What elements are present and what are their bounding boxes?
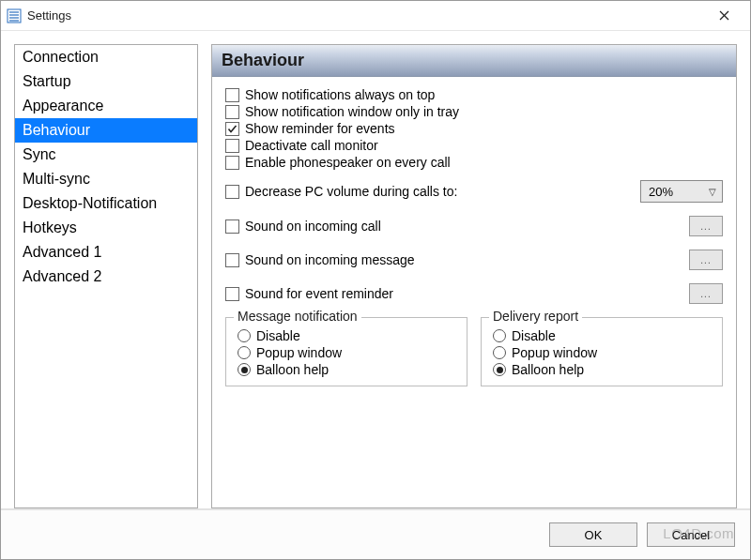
msg-option-1-row: Popup window — [238, 344, 455, 361]
close-button[interactable] — [703, 2, 744, 30]
delivery-option-1-row: Popup window — [493, 344, 711, 361]
msg-option-0-row: Disable — [238, 327, 455, 344]
delivery-option-0-row: Disable — [493, 327, 711, 344]
message-notification-legend: Message notification — [234, 309, 361, 324]
window-title: Settings — [27, 8, 71, 23]
delivery-option-2-row: Balloon help — [493, 361, 711, 378]
option-0-checkbox[interactable] — [225, 88, 239, 102]
sound-row-0: Sound on incoming call... — [225, 216, 723, 236]
delivery-option-2-label: Balloon help — [512, 362, 584, 377]
option-4-label: Enable phonespeaker on every call — [245, 155, 451, 170]
msg-option-2-label: Balloon help — [256, 362, 329, 377]
sound-browse-button-2[interactable]: ... — [689, 283, 723, 304]
sidebar: ConnectionStartupAppearanceBehaviourSync… — [14, 44, 198, 508]
option-3-checkbox[interactable] — [225, 139, 239, 153]
sidebar-item-appearance[interactable]: Appearance — [15, 94, 197, 118]
msg-option-1-label: Popup window — [256, 345, 342, 360]
volume-percent-select[interactable]: 20% ▽ — [640, 180, 723, 203]
delivery-option-1-label: Popup window — [512, 345, 597, 360]
delivery-report-group: Delivery report DisablePopup windowBallo… — [481, 317, 723, 386]
option-2-label: Show reminder for events — [245, 121, 395, 136]
sidebar-item-behaviour[interactable]: Behaviour — [15, 118, 197, 143]
sound-label-0: Sound on incoming call — [245, 219, 381, 234]
footer: OK Cancel — [1, 508, 750, 559]
chevron-down-icon: ▽ — [709, 187, 716, 197]
option-4-checkbox[interactable] — [225, 156, 239, 170]
sidebar-item-advanced-1[interactable]: Advanced 1 — [15, 240, 197, 265]
msg-option-2-row: Balloon help — [238, 361, 455, 378]
volume-row: Decrease PC volume during calls to: 20% … — [225, 180, 723, 203]
msg-option-1-radio[interactable] — [238, 346, 251, 359]
sidebar-item-hotkeys[interactable]: Hotkeys — [15, 216, 197, 240]
settings-panel: Behaviour Show notifications always on t… — [211, 44, 737, 508]
option-0-label: Show notifications always on top — [245, 87, 435, 102]
delivery-report-legend: Delivery report — [489, 309, 582, 324]
msg-option-0-radio[interactable] — [238, 329, 251, 342]
sound-checkbox-2[interactable] — [225, 287, 239, 301]
option-1-checkbox[interactable] — [225, 105, 239, 119]
app-icon — [7, 8, 22, 23]
delivery-option-0-label: Disable — [512, 328, 556, 343]
decrease-volume-label: Decrease PC volume during calls to: — [245, 184, 457, 199]
option-2-row: Show reminder for events — [225, 120, 723, 137]
option-0-row: Show notifications always on top — [225, 86, 723, 103]
sidebar-item-connection[interactable]: Connection — [15, 45, 197, 69]
sidebar-item-startup[interactable]: Startup — [15, 69, 197, 94]
titlebar: Settings — [1, 1, 750, 31]
volume-percent-value: 20% — [649, 185, 673, 199]
ok-button[interactable]: OK — [549, 522, 637, 547]
panel-title: Behaviour — [212, 45, 736, 77]
sound-label-2: Sound for event reminder — [245, 286, 393, 301]
content-area: ConnectionStartupAppearanceBehaviourSync… — [1, 31, 750, 508]
sound-browse-button-0[interactable]: ... — [689, 216, 723, 236]
sidebar-item-multi-sync[interactable]: Multi-sync — [15, 167, 197, 191]
message-notification-group: Message notification DisablePopup window… — [225, 317, 467, 386]
sound-row-2: Sound for event reminder... — [225, 283, 723, 304]
sound-browse-button-1[interactable]: ... — [689, 250, 723, 270]
option-4-row: Enable phonespeaker on every call — [225, 154, 723, 171]
sidebar-item-desktop-notification[interactable]: Desktop-Notification — [15, 191, 197, 216]
cancel-button[interactable]: Cancel — [647, 522, 735, 547]
close-icon — [719, 10, 729, 21]
delivery-option-2-radio[interactable] — [493, 363, 506, 376]
option-1-label: Show notification window only in tray — [245, 104, 459, 119]
panel-body: Show notifications always on topShow not… — [212, 77, 736, 507]
decrease-volume-checkbox[interactable] — [225, 185, 239, 199]
msg-option-0-label: Disable — [256, 328, 300, 343]
delivery-option-0-radio[interactable] — [493, 329, 506, 342]
sound-row-1: Sound on incoming message... — [225, 250, 723, 270]
sound-checkbox-0[interactable] — [225, 219, 239, 234]
delivery-option-1-radio[interactable] — [493, 346, 506, 359]
option-3-label: Deactivate call monitor — [245, 138, 378, 153]
settings-window: Settings ConnectionStartupAppearanceBeha… — [0, 0, 751, 560]
option-2-checkbox[interactable] — [225, 122, 239, 136]
sidebar-item-sync[interactable]: Sync — [15, 143, 197, 167]
sound-label-1: Sound on incoming message — [245, 252, 415, 267]
sound-checkbox-1[interactable] — [225, 253, 239, 267]
option-3-row: Deactivate call monitor — [225, 137, 723, 154]
checkmark-icon — [227, 124, 238, 134]
option-1-row: Show notification window only in tray — [225, 103, 723, 120]
msg-option-2-radio[interactable] — [238, 363, 251, 376]
sidebar-item-advanced-2[interactable]: Advanced 2 — [15, 265, 197, 289]
